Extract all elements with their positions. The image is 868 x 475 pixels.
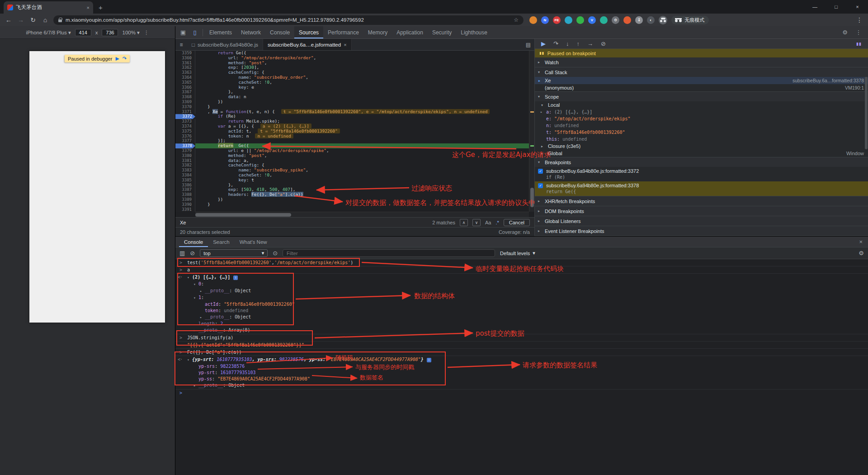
scope-variable[interactable]: a: (2) [{…}, {…}] <box>535 109 868 115</box>
line-number[interactable]: 3391 <box>175 207 195 212</box>
device-menu-icon[interactable]: ⋮ <box>144 29 149 36</box>
step-over-icon[interactable]: ↷ <box>123 56 127 62</box>
expand-arrow-icon[interactable] <box>200 314 205 321</box>
expand-arrow-icon[interactable] <box>187 356 192 363</box>
code-text[interactable]: key: t <box>195 178 529 183</box>
step-button[interactable]: → <box>587 40 593 47</box>
code-line[interactable]: 3368 data: n <box>175 95 529 100</box>
code-text[interactable]: headers: Fe({}, De["a"].c(a)) <box>195 192 529 197</box>
context-select[interactable]: top▾ <box>200 249 268 257</box>
expand-arrow-icon[interactable] <box>193 328 198 334</box>
line-number[interactable]: 3360 <box>175 56 195 61</box>
line-number[interactable]: 3383 <box>175 168 195 173</box>
line-number[interactable]: 3388 <box>175 192 195 197</box>
scrollbar-thumb[interactable] <box>195 213 291 217</box>
browser-menu-icon[interactable]: ⋮ <box>855 16 863 24</box>
search-query[interactable]: Xe <box>180 220 186 225</box>
console-message-out[interactable]: "[{},{"actId":"5ffbf8a146e0fb0001392260"… <box>175 341 868 348</box>
drawer-tab-search[interactable]: Search <box>208 237 234 247</box>
close-drawer-icon[interactable]: × <box>859 238 868 245</box>
code-text[interactable]: key: e <box>195 85 529 90</box>
line-number[interactable]: 3367 <box>175 90 195 95</box>
line-number[interactable]: 3389 <box>175 197 195 202</box>
sidebar-scrollbar[interactable] <box>865 77 868 149</box>
event-listener-breakpoints-section[interactable]: Event Listener Breakpoints <box>535 226 868 236</box>
collapse-icon[interactable] <box>538 199 542 203</box>
editor-horizontal-scrollbar[interactable] <box>195 212 529 217</box>
line-number[interactable]: 3387 <box>175 187 195 192</box>
extension-icon[interactable]: FE <box>553 16 561 24</box>
profile-avatar[interactable] <box>659 16 667 24</box>
devtools-tab-memory[interactable]: Memory <box>363 26 392 38</box>
devtools-tab-elements[interactable]: Elements <box>205 26 236 38</box>
device-select[interactable]: iPhone 6/7/8 Plus ▾ <box>26 29 71 36</box>
step-into-button[interactable]: ↓ <box>566 40 569 47</box>
forward-button[interactable]: → <box>17 16 25 24</box>
line-number[interactable]: 3380 <box>175 153 195 158</box>
devtools-tab-performance[interactable]: Performance <box>323 26 363 38</box>
inspect-icon[interactable]: ▣ <box>177 29 189 36</box>
code-line[interactable]: 3388 headers: Fe({}, De["a"].c(a)) <box>175 192 529 197</box>
device-viewport[interactable]: Paused in debugger ▶ ↷ <box>29 51 165 323</box>
console-message-tree[interactable]: (2) [{…}, {…}]i0:__proto__: Object1:actI… <box>175 273 868 334</box>
more-tabs-icon[interactable]: ▤ <box>526 42 534 48</box>
collapse-icon[interactable] <box>538 209 542 213</box>
browser-tab[interactable]: 飞天茅台酒 × <box>4 1 93 14</box>
reload-button[interactable]: ↻ <box>29 16 37 24</box>
file-tab-active[interactable]: subscribeBuy.6a…e.jsformatted × <box>263 39 352 50</box>
drawer-tab-console[interactable]: Console <box>179 237 208 247</box>
line-number[interactable]: 3370 <box>175 104 195 109</box>
drawer-tab-what-s-new[interactable]: What's New <box>235 237 272 247</box>
code-text[interactable]: data: n <box>195 95 529 100</box>
step-over-button[interactable]: ↷ <box>553 40 558 47</box>
line-number[interactable]: 3364 <box>175 75 195 80</box>
breakpoint-marker[interactable]: 3378 <box>175 143 195 148</box>
line-number[interactable]: 3390 <box>175 202 195 207</box>
value-info-icon[interactable]: i <box>427 358 431 362</box>
extension-icon[interactable] <box>600 16 608 24</box>
deactivate-breakpoints-button[interactable]: ⊘ <box>601 40 606 47</box>
extension-icon[interactable]: N <box>541 16 549 24</box>
line-number[interactable]: 3361 <box>175 61 195 66</box>
xhr-breakpoints-section[interactable]: XHR/fetch Breakpoints <box>535 196 868 206</box>
console-settings-icon[interactable]: ⚙ <box>859 250 864 256</box>
collapse-icon[interactable] <box>538 160 542 164</box>
devtools-menu-icon[interactable]: ⋮ <box>853 29 864 36</box>
extension-icon[interactable]: ↧ <box>635 16 643 24</box>
scope-variable[interactable]: e: "/mtop/act/orderspike/ekips" <box>535 115 868 122</box>
code-line[interactable]: 3376 token: nn = undefined <box>175 134 529 139</box>
console-message-prompt[interactable] <box>175 389 868 396</box>
expand-arrow-icon[interactable] <box>200 288 205 294</box>
dom-breakpoints-section[interactable]: DOM Breakpoints <box>535 206 868 216</box>
expand-arrow-icon[interactable] <box>187 274 192 281</box>
console-messages[interactable]: test('5ffbf8a146e0fb0001392260','/mtop/a… <box>175 259 868 475</box>
code-line[interactable]: 3369 }) <box>175 100 529 104</box>
bookmark-star-icon[interactable]: ☆ <box>514 17 519 23</box>
search-next-button[interactable]: ∨ <box>472 219 481 226</box>
back-button[interactable]: ← <box>5 16 13 24</box>
code-text[interactable]: }) <box>195 100 529 104</box>
collapse-icon[interactable] <box>538 95 542 99</box>
devtools-tab-console[interactable]: Console <box>265 26 294 38</box>
new-tab-button[interactable]: + <box>99 4 103 11</box>
scope-closure[interactable]: Closure (c3e5) <box>535 142 868 150</box>
live-expression-icon[interactable]: ⊙ <box>273 250 278 256</box>
editor-vertical-scrollbar[interactable] <box>529 51 534 212</box>
expand-arrow-icon[interactable] <box>193 383 198 389</box>
clear-console-icon[interactable]: ⊘ <box>190 250 195 256</box>
device-height-input[interactable]: 736 <box>102 29 118 36</box>
line-number[interactable]: 3368 <box>175 95 195 100</box>
line-number[interactable]: 3381 <box>175 158 195 163</box>
minimize-button[interactable]: — <box>804 0 826 14</box>
collapse-icon[interactable] <box>538 219 542 223</box>
collapse-icon[interactable] <box>538 60 542 64</box>
line-number[interactable]: 3363 <box>175 70 195 75</box>
scope-variable[interactable]: n: undefined <box>535 122 868 129</box>
extension-icon[interactable] <box>565 16 572 24</box>
extension-icon[interactable] <box>576 16 584 24</box>
breakpoint-marker[interactable]: 3372 <box>175 114 195 119</box>
device-width-input[interactable]: 414 <box>75 29 91 36</box>
devtools-tab-sources[interactable]: Sources <box>294 26 323 38</box>
collapse-icon[interactable] <box>538 70 542 74</box>
devtools-settings-icon[interactable]: ⚙ <box>839 29 851 36</box>
